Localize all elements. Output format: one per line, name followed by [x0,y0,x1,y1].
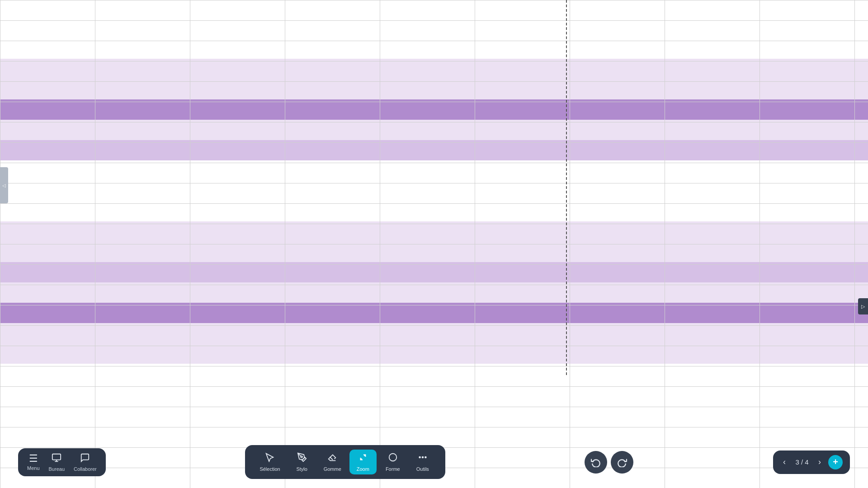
prev-page-button[interactable]: ‹ [780,456,788,468]
forme-icon [388,452,398,465]
svg-point-7 [425,457,426,458]
svg-point-3 [301,456,302,458]
zoom-label: Zoom [357,466,369,472]
tool-zoom[interactable]: Zoom [349,450,377,474]
tool-outils[interactable]: Outils [409,450,436,474]
dashed-line [566,0,567,375]
toolbar-center: Sélection Stylo Gomme [245,445,445,479]
svg-point-5 [419,457,420,458]
tool-gomme[interactable]: Gomme [318,450,347,474]
bureau-button[interactable]: Bureau [49,453,65,472]
selection-label: Sélection [259,466,280,472]
bottom-toolbar: ☰ Menu Bureau Collaborer [0,445,868,479]
outils-label: Outils [416,466,429,472]
canvas: ◁ ▷ [0,0,868,488]
undo-button[interactable] [585,451,607,474]
toolbar-right: ‹ 3 / 4 › + [773,450,850,474]
svg-point-4 [389,454,397,461]
page-indicator: 3 / 4 [793,458,811,466]
toolbar-undo-redo [585,451,633,474]
forme-label: Forme [386,466,400,472]
tool-stylo[interactable]: Stylo [288,450,316,474]
svg-point-6 [422,457,423,458]
next-page-button[interactable]: › [816,456,824,468]
menu-icon: ☰ [29,454,38,464]
bureau-label: Bureau [49,466,65,472]
grid-overlay [0,0,868,488]
zoom-icon [358,452,368,465]
scroll-handle-left[interactable]: ◁ [0,167,8,203]
outils-icon [418,452,428,465]
redo-button[interactable] [611,451,633,474]
scroll-handle-right[interactable]: ▷ [858,298,868,314]
collaborer-label: Collaborer [74,466,97,472]
selection-icon [265,452,275,465]
gomme-label: Gomme [324,466,341,472]
menu-button[interactable]: ☰ Menu [27,454,40,471]
stylo-label: Stylo [296,466,307,472]
tool-selection[interactable]: Sélection [254,450,285,474]
toolbar-left: ☰ Menu Bureau Collaborer [18,448,106,476]
collaborer-icon [80,453,90,465]
stylo-icon [297,452,307,465]
add-page-button[interactable]: + [828,455,843,469]
gomme-icon [327,452,337,465]
svg-rect-0 [52,454,61,460]
menu-label: Menu [27,465,40,471]
tool-forme[interactable]: Forme [379,450,406,474]
collaborer-button[interactable]: Collaborer [74,453,97,472]
bureau-icon [52,453,61,465]
